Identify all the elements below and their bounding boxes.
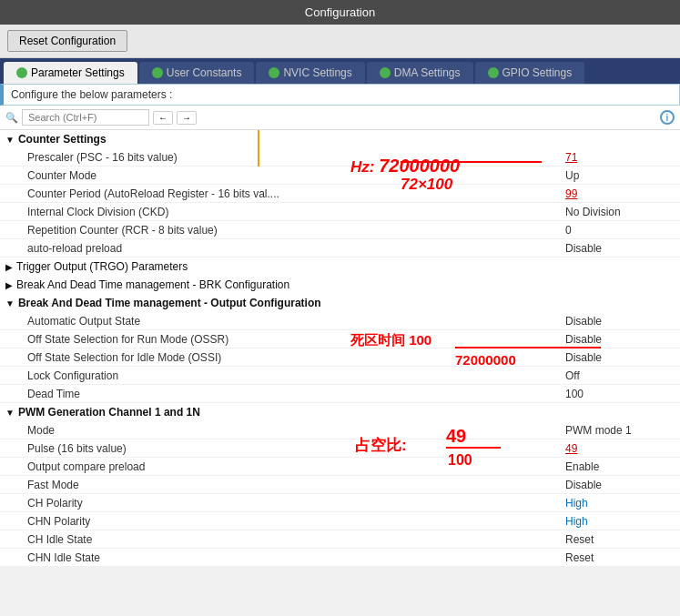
param-row-prescaler: Prescaler (PSC - 16 bits value) 71 bbox=[0, 148, 680, 167]
param-row-repetition-counter: Repetition Counter (RCR - 8 bits value) … bbox=[0, 221, 680, 239]
param-row-chn-idle-state: CHN Idle State Reset bbox=[0, 549, 680, 567]
section-arrow-output: ▼ bbox=[5, 298, 15, 308]
main-content: ▼ Counter Settings Prescaler (PSC - 16 b… bbox=[0, 130, 680, 567]
toolbar: Reset Configuration bbox=[0, 25, 680, 58]
section-arrow-pwm: ▼ bbox=[5, 408, 15, 418]
section-counter-settings[interactable]: ▼ Counter Settings bbox=[0, 130, 680, 148]
section-arrow-counter: ▼ bbox=[5, 135, 15, 145]
param-row-output-compare-preload: Output compare preload Enable bbox=[0, 458, 680, 476]
prev-result-button[interactable]: ← bbox=[153, 111, 173, 125]
param-value-ch-polarity: High bbox=[565, 497, 675, 510]
tab-gpio-settings[interactable]: GPIO Settings bbox=[475, 62, 585, 84]
param-value-ossr: Disable bbox=[565, 333, 675, 346]
tab-user-constants[interactable]: User Constants bbox=[139, 62, 255, 84]
param-value-auto-reload: Disable bbox=[565, 242, 675, 255]
param-value-ossi: Disable bbox=[565, 351, 675, 364]
tab-dma-settings[interactable]: DMA Settings bbox=[367, 62, 473, 84]
tab-icon-nvic-settings bbox=[269, 67, 279, 78]
tab-icon-gpio-settings bbox=[488, 67, 499, 78]
param-value-auto-output-state: Disable bbox=[565, 315, 675, 328]
param-row-lock-config: Lock Configuration Off bbox=[0, 367, 680, 385]
tab-icon-parameter-settings bbox=[16, 67, 27, 78]
param-row-mode: Mode PWM mode 1 bbox=[0, 421, 680, 439]
section-break-dead-output[interactable]: ▼ Break And Dead Time management - Outpu… bbox=[0, 294, 680, 312]
param-value-chn-polarity: High bbox=[565, 515, 675, 528]
param-row-pulse: Pulse (16 bits value) 49 bbox=[0, 439, 680, 458]
title-bar: Configuration bbox=[0, 0, 680, 25]
param-row-counter-mode: Counter Mode Up bbox=[0, 167, 680, 185]
param-value-dead-time: 100 bbox=[565, 388, 675, 400]
tab-parameter-settings[interactable]: Parameter Settings bbox=[4, 62, 137, 84]
config-header: Configure the below parameters : bbox=[0, 84, 680, 106]
param-row-auto-output-state: Automatic Output State Disable bbox=[0, 312, 680, 330]
param-value-lock-config: Off bbox=[565, 369, 675, 382]
param-row-ch-idle-state: CH Idle State Reset bbox=[0, 530, 680, 549]
param-value-output-compare-preload: Enable bbox=[565, 460, 675, 473]
param-value-pulse[interactable]: 49 bbox=[565, 442, 675, 455]
param-row-dead-time: Dead Time 100 bbox=[0, 385, 680, 403]
param-value-ch-idle-state: Reset bbox=[565, 533, 675, 546]
param-value-counter-mode: Up bbox=[565, 169, 675, 182]
section-arrow-trigger: ▶ bbox=[5, 262, 13, 272]
param-row-auto-reload: auto-reload preload Disable bbox=[0, 239, 680, 258]
search-icon: 🔍 bbox=[5, 112, 18, 124]
param-row-chn-polarity: CHN Polarity High bbox=[0, 512, 680, 530]
reset-config-button[interactable]: Reset Configuration bbox=[7, 30, 127, 52]
param-row-clock-div: Internal Clock Division (CKD) No Divisio… bbox=[0, 203, 680, 221]
section-arrow-brk: ▶ bbox=[5, 280, 13, 290]
section-trigger-output[interactable]: ▶ Trigger Output (TRGO) Parameters bbox=[0, 258, 680, 276]
param-value-fast-mode: Disable bbox=[565, 479, 675, 491]
next-result-button[interactable]: → bbox=[177, 111, 197, 125]
search-bar: 🔍 ← → i bbox=[0, 106, 680, 130]
param-row-ossi: Off State Selection for Idle Mode (OSSI)… bbox=[0, 348, 680, 367]
param-value-repetition-counter: 0 bbox=[565, 224, 675, 237]
param-value-clock-div: No Division bbox=[565, 206, 675, 218]
tab-bar: Parameter Settings User Constants NVIC S… bbox=[0, 58, 680, 84]
title-label: Configuration bbox=[305, 5, 375, 19]
param-row-ossr: Off State Selection for Run Mode (OSSR) … bbox=[0, 330, 680, 348]
param-value-counter-period[interactable]: 99 bbox=[565, 187, 675, 200]
tab-nvic-settings[interactable]: NVIC Settings bbox=[256, 62, 364, 84]
param-row-ch-polarity: CH Polarity High bbox=[0, 494, 680, 512]
tab-icon-dma-settings bbox=[380, 67, 391, 78]
info-icon[interactable]: i bbox=[660, 110, 675, 125]
section-pwm-channel[interactable]: ▼ PWM Generation Channel 1 and 1N bbox=[0, 403, 680, 421]
param-value-chn-idle-state: Reset bbox=[565, 551, 675, 564]
section-break-dead-brk[interactable]: ▶ Break And Dead Time management - BRK C… bbox=[0, 276, 680, 294]
param-value-mode: PWM mode 1 bbox=[565, 424, 675, 437]
tab-icon-user-constants bbox=[152, 67, 163, 78]
param-value-prescaler[interactable]: 71 bbox=[565, 151, 675, 164]
search-input[interactable] bbox=[22, 109, 149, 126]
indicator-line bbox=[258, 130, 259, 167]
param-row-fast-mode: Fast Mode Disable bbox=[0, 476, 680, 494]
param-row-counter-period: Counter Period (AutoReload Register - 16… bbox=[0, 185, 680, 203]
